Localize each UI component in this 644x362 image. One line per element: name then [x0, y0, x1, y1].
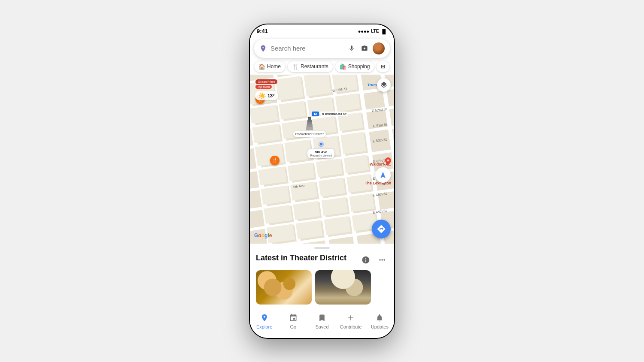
saved-icon [317, 313, 327, 323]
sheet-header: Latest in Theater District [256, 253, 388, 266]
map-area[interactable]: W 55th St E 52nd St E 51st St E 50th St … [250, 75, 394, 244]
contribute-label: Contribute [340, 324, 362, 329]
rockefeller-pin[interactable]: Rockefeller Center [293, 117, 326, 137]
building-svg [306, 117, 313, 130]
street-label-e50: E 50th St [373, 138, 387, 143]
status-time: 9:41 [257, 28, 268, 34]
sheet-actions [360, 254, 388, 266]
status-icons: ●●●● LTE ▐▌ [358, 29, 387, 34]
fifth-ave-pin[interactable]: 5th Ave Recently viewed [307, 142, 334, 158]
food-photo-image [256, 270, 312, 305]
subway-station-badge[interactable]: M 5 Avenue-53 St [312, 112, 348, 116]
bottom-nav: Explore Go Saved [250, 309, 394, 338]
nav-contribute[interactable]: Contribute [337, 313, 365, 329]
phone-frame: 9:41 ●●●● LTE ▐▌ Search here [249, 24, 395, 339]
svg-rect-0 [308, 117, 311, 118]
fifth-ave-name: 5th Ave [310, 150, 332, 154]
sheet-title: Latest in Theater District [256, 253, 346, 263]
network-type: LTE [371, 29, 379, 33]
more-options-button[interactable] [376, 254, 388, 266]
restaurants-icon: 🍴 [292, 63, 299, 70]
svg-rect-2 [307, 120, 312, 122]
filter-chips: 🏠 Home 🍴 Restaurants 🛍️ Shopping ⊞ [250, 60, 394, 75]
phone-screen: 9:41 ●●●● LTE ▐▌ Search here [250, 24, 394, 338]
chip-shopping-label: Shopping [348, 63, 370, 69]
ocean-prime-badge: Ocean Prime [255, 79, 277, 84]
avenue-label-5th: 5th Ave [293, 184, 305, 189]
more-icon: ⊞ [381, 63, 385, 69]
svg-rect-5 [306, 127, 313, 130]
street-label-w55: W 55th St [332, 87, 347, 93]
search-area: Search here [250, 36, 394, 60]
svg-rect-3 [307, 122, 312, 124]
street-label-e51: E 51st St [373, 123, 387, 128]
go-icon [288, 313, 298, 323]
chip-restaurants-label: Restaurants [301, 63, 328, 69]
google-g: G [254, 232, 258, 238]
svg-rect-4 [307, 124, 313, 127]
chip-home-label: Home [267, 63, 281, 69]
map-labels-overlay: W 55th St E 52nd St E 51st St E 50th St … [250, 75, 394, 244]
updates-label: Updates [371, 324, 389, 329]
orange-pin-icon-2: 🍴 [270, 156, 279, 165]
google-maps-logo-icon [259, 45, 267, 52]
explore-icon [259, 313, 270, 323]
google-logo: Google [254, 232, 272, 238]
chip-restaurants[interactable]: 🍴 Restaurants [288, 61, 333, 72]
photo-row [256, 270, 388, 305]
ocean-prime-pin[interactable]: Ocean Prime Top rated [255, 79, 277, 89]
search-input[interactable]: Search here [270, 45, 343, 52]
fifth-ave-label: 5th Ave Recently viewed [307, 149, 334, 158]
updates-icon [374, 313, 385, 323]
recently-viewed-text: Recently viewed [310, 154, 332, 157]
chip-home[interactable]: 🏠 Home [254, 61, 285, 72]
saved-label: Saved [315, 324, 328, 329]
interior-photo-thumb[interactable] [315, 270, 371, 305]
microphone-icon[interactable] [347, 44, 356, 53]
go-label: Go [290, 324, 296, 329]
blue-ring [319, 142, 324, 147]
status-bar: 9:41 ●●●● LTE ▐▌ [250, 24, 394, 36]
google-e: e [269, 232, 272, 238]
street-label-e52: E 52nd St [372, 107, 387, 113]
battery-icon: ▐▌ [380, 29, 387, 34]
home-icon: 🏠 [258, 63, 265, 70]
directions-button[interactable] [372, 220, 391, 238]
subway-label: 5 Avenue-53 St [320, 112, 348, 116]
red-pin-icon [385, 157, 391, 165]
nav-saved[interactable]: Saved [307, 313, 336, 329]
street-label-e45: E 45th St [373, 192, 387, 197]
camera-icon[interactable] [360, 44, 369, 53]
sun-icon: ☀️ [258, 92, 266, 99]
layers-button[interactable] [377, 78, 391, 92]
chip-shopping[interactable]: 🛍️ Shopping [335, 61, 374, 72]
nav-updates[interactable]: Updates [365, 313, 394, 329]
street-label-e44: E 44th St [373, 208, 387, 214]
sheet-handle [314, 247, 330, 249]
bottom-sheet: Latest in Theater District [250, 244, 394, 309]
explore-label: Explore [256, 324, 272, 329]
google-g2: g [264, 232, 267, 238]
shopping-icon: 🛍️ [340, 63, 346, 70]
nav-explore[interactable]: Explore [250, 313, 279, 329]
chip-more[interactable]: ⊞ [377, 61, 389, 72]
contribute-icon [346, 313, 356, 323]
waldorf-pin[interactable] [385, 157, 391, 167]
location-button[interactable] [375, 167, 391, 183]
google-o1: o [258, 232, 261, 238]
user-avatar[interactable] [373, 42, 385, 54]
restaurant-pin-bottom[interactable]: 🍴 [270, 156, 279, 165]
google-o2: o [261, 232, 264, 238]
weather-badge: ☀️ 13° [255, 91, 278, 100]
subway-m-badge: M [312, 112, 319, 116]
svg-rect-1 [308, 118, 311, 120]
info-button[interactable] [360, 254, 372, 266]
food-photo-thumb[interactable] [256, 270, 312, 305]
top-rated-badge: Top rated [255, 85, 271, 89]
temperature: 13° [267, 93, 275, 98]
nav-go[interactable]: Go [279, 313, 307, 329]
rockefeller-label: Rockefeller Center [293, 131, 326, 137]
search-bar[interactable]: Search here [254, 39, 390, 58]
signal-icon: ●●●● [358, 29, 370, 34]
interior-photo-image [315, 270, 371, 305]
